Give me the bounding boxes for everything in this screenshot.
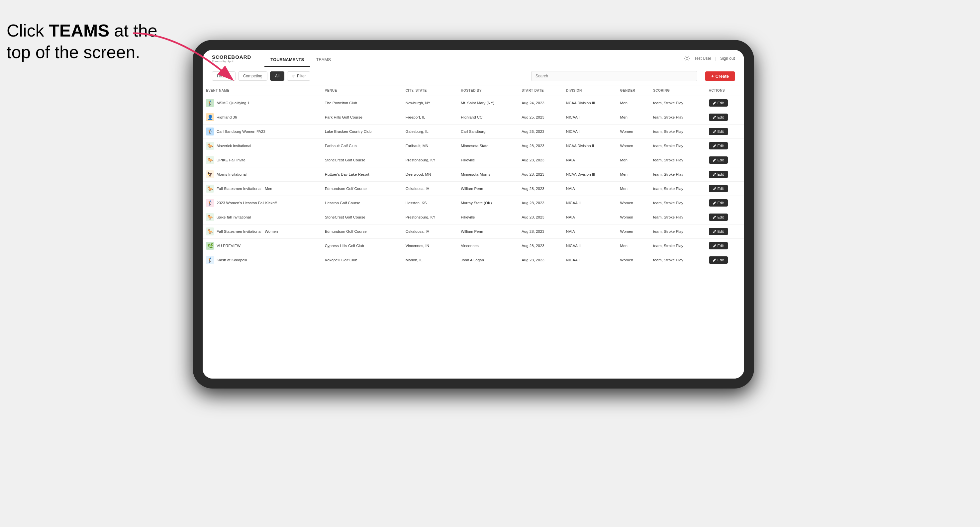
edit-button[interactable]: Edit — [709, 99, 728, 106]
tournaments-table-container: EVENT NAME VENUE CITY, STATE HOSTED BY S… — [203, 85, 744, 379]
team-icon: 🌿 — [206, 242, 214, 250]
edit-button[interactable]: Edit — [709, 156, 728, 164]
cell-event-name: 🐎 Fall Statesmen Invitational - Men — [203, 182, 321, 196]
cell-city: Oskaloosa, IA — [402, 224, 458, 239]
event-name-text: Highland 36 — [216, 115, 237, 119]
edit-button[interactable]: Edit — [709, 171, 728, 178]
event-name-text: UPIKE Fall Invite — [216, 158, 245, 162]
all-button[interactable]: All — [270, 71, 284, 81]
cell-gender: Men — [617, 182, 650, 196]
teams-emphasis: TEAMS — [49, 21, 109, 40]
cell-event-name: 👤 Highland 36 — [203, 110, 321, 125]
tablet-frame: SCOREBOARD Powered by clippit TOURNAMENT… — [192, 40, 754, 389]
edit-icon — [713, 230, 716, 233]
edit-button[interactable]: Edit — [709, 185, 728, 192]
team-icon: 🏌 — [206, 256, 214, 264]
cell-event-name: 🏌 MSMC Qualifying 1 — [203, 96, 321, 110]
team-icon: 🐎 — [206, 227, 214, 235]
edit-button[interactable]: Edit — [709, 128, 728, 135]
team-icon: 🐎 — [206, 185, 214, 193]
cell-scoring: team, Stroke Play — [650, 253, 706, 267]
team-icon: 👤 — [206, 113, 214, 121]
col-hosted-by: HOSTED BY — [457, 85, 518, 96]
cell-hosted: Murray State (OK) — [457, 196, 518, 210]
table-header: EVENT NAME VENUE CITY, STATE HOSTED BY S… — [203, 85, 744, 96]
settings-icon[interactable] — [684, 55, 690, 62]
cell-division: NICAA II — [563, 196, 617, 210]
col-division: DIVISION — [563, 85, 617, 96]
create-plus: + — [711, 74, 714, 79]
table-row: 🦅 Morris Invitational Ruttger's Bay Lake… — [203, 167, 744, 182]
edit-button[interactable]: Edit — [709, 256, 728, 264]
edit-icon — [713, 130, 716, 133]
cell-date: Aug 28, 2023 — [518, 182, 563, 196]
cell-date: Aug 28, 2023 — [518, 239, 563, 253]
cell-division: NICAA I — [563, 110, 617, 125]
competing-button[interactable]: Competing — [238, 71, 267, 81]
edit-icon — [713, 244, 716, 248]
cell-scoring: team, Stroke Play — [650, 196, 706, 210]
table-row: 🐎 upike fall invitational StoneCrest Gol… — [203, 210, 744, 224]
col-city-state: CITY, STATE — [402, 85, 458, 96]
nav-tab-tournaments[interactable]: TOURNAMENTS — [264, 50, 310, 67]
cell-venue: Edmundson Golf Course — [321, 224, 402, 239]
edit-button[interactable]: Edit — [709, 214, 728, 221]
edit-icon — [713, 144, 716, 148]
edit-button[interactable]: Edit — [709, 228, 728, 235]
cell-event-name: 🐎 UPIKE Fall Invite — [203, 153, 321, 167]
edit-button[interactable]: Edit — [709, 242, 728, 249]
cell-actions: Edit — [706, 239, 744, 253]
col-scoring: SCORING — [650, 85, 706, 96]
cell-gender: Women — [617, 210, 650, 224]
filter-icon — [291, 74, 295, 78]
search-input[interactable] — [531, 71, 697, 81]
cell-venue: Cypress Hills Golf Club — [321, 239, 402, 253]
cell-gender: Women — [617, 196, 650, 210]
cell-scoring: team, Stroke Play — [650, 182, 706, 196]
cell-gender: Men — [617, 96, 650, 110]
nav-divider: | — [715, 56, 716, 61]
edit-button[interactable]: Edit — [709, 114, 728, 121]
cell-actions: Edit — [706, 139, 744, 153]
toolbar: Hosting Competing All Filter + Create — [203, 67, 744, 85]
team-icon: 🐎 — [206, 142, 214, 150]
event-name-text: 2023 Women's Hesston Fall Kickoff — [216, 201, 277, 205]
table-row: 🏌 Klash at Kokopelli Kokopelli Golf Club… — [203, 253, 744, 267]
app-logo: SCOREBOARD — [212, 54, 251, 60]
create-button[interactable]: + Create — [705, 71, 735, 81]
team-icon: 🏌 — [206, 127, 214, 135]
cell-division: NCAA Division III — [563, 96, 617, 110]
cell-city: Marion, IL — [402, 253, 458, 267]
team-icon: 🐎 — [206, 213, 214, 221]
table-row: 🏌 Carl Sandburg Women FA23 Lake Bracken … — [203, 125, 744, 139]
cell-scoring: team, Stroke Play — [650, 239, 706, 253]
tournaments-table: EVENT NAME VENUE CITY, STATE HOSTED BY S… — [203, 85, 744, 267]
event-name-text: upike fall invitational — [216, 215, 251, 219]
table-row: 🐎 UPIKE Fall Invite StoneCrest Golf Cour… — [203, 153, 744, 167]
cell-venue: The Powelton Club — [321, 96, 402, 110]
event-name-text: Carl Sandburg Women FA23 — [216, 130, 266, 133]
cell-event-name: 🏌 Klash at Kokopelli — [203, 253, 321, 267]
cell-event-name: 🐎 Fall Statesmen Invitational - Women — [203, 224, 321, 239]
edit-button[interactable]: Edit — [709, 142, 728, 149]
cell-city: Faribault, MN — [402, 139, 458, 153]
filter-button[interactable]: Filter — [287, 71, 310, 81]
sign-out-link[interactable]: Sign out — [720, 56, 735, 61]
team-icon: 🐎 — [206, 156, 214, 164]
cell-venue: Kokopelli Golf Club — [321, 253, 402, 267]
cell-division: NAIA — [563, 153, 617, 167]
nav-tab-teams[interactable]: TEAMS — [310, 50, 337, 67]
event-name-text: VU PREVIEW — [216, 244, 240, 248]
edit-icon — [713, 173, 716, 176]
cell-hosted: William Penn — [457, 224, 518, 239]
edit-button[interactable]: Edit — [709, 199, 728, 206]
event-name-text: Klash at Kokopelli — [216, 258, 247, 262]
table-row: 🏌 MSMC Qualifying 1 The Powelton Club Ne… — [203, 96, 744, 110]
cell-gender: Women — [617, 253, 650, 267]
cell-event-name: 🦅 Morris Invitational — [203, 167, 321, 182]
hosting-button[interactable]: Hosting — [212, 71, 235, 81]
event-name-text: MSMC Qualifying 1 — [216, 101, 250, 105]
svg-point-1 — [686, 57, 688, 59]
cell-city: Freeport, IL — [402, 110, 458, 125]
table-row: 🐎 Fall Statesmen Invitational - Women Ed… — [203, 224, 744, 239]
